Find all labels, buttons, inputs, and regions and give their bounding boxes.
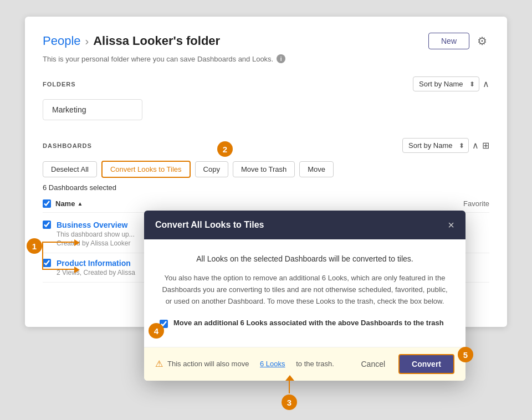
move-looks-label: Move an additional 6 Looks associated wi… (173, 319, 444, 327)
copy-button[interactable]: Copy (195, 161, 228, 177)
modal-title: Convert All Looks to Tiles (155, 220, 264, 230)
dashboard-name-2[interactable]: Product Information (57, 259, 135, 268)
dashboards-action-bar: Deselect All Convert Looks to Tiles Copy… (43, 161, 489, 178)
modal-desc-2: You also have the option to remove an ad… (160, 273, 450, 307)
gear-icon: ⚙ (477, 35, 487, 47)
convert-looks-button[interactable]: Convert Looks to Tiles (101, 161, 191, 178)
header-row: People › Alissa Looker's folder New ⚙ (43, 32, 489, 50)
breadcrumb-separator: › (85, 35, 89, 48)
modal-footer-buttons: Cancel Convert (354, 354, 455, 374)
folders-section-header: FOLDERS Sort by Name Sort by Date Sort b… (43, 76, 489, 91)
modal-desc-1: All Looks on the selected Dashboards wil… (160, 253, 450, 265)
folders-sort-select[interactable]: Sort by Name Sort by Date Sort by Views (413, 76, 479, 91)
dashboards-sort-select[interactable]: Sort by Name Sort by Date Sort by Views (402, 138, 469, 153)
modal-warning-footer: ⚠ This action will also move 6 Looks to … (144, 347, 466, 381)
dashboards-collapse-button[interactable]: ∧ (472, 140, 479, 151)
dashboards-sort-controls: Sort by Name Sort by Date Sort by Views … (402, 138, 489, 153)
name-column-header: Name ▲ (55, 199, 83, 208)
move-button[interactable]: Move (299, 161, 334, 177)
move-to-trash-button[interactable]: Move to Trash (233, 161, 295, 177)
dashboard-name-1[interactable]: Business Overview (57, 221, 135, 229)
warning-text: ⚠ This action will also move 6 Looks to … (155, 358, 334, 369)
deselect-all-button[interactable]: Deselect All (43, 161, 97, 177)
favorite-column-header: Favorite (463, 199, 489, 208)
modal-checkbox-row: Move an additional 6 Looks associated wi… (160, 319, 450, 328)
warning-link[interactable]: 6 Looks (260, 360, 285, 368)
select-all-checkbox[interactable] (43, 199, 51, 208)
subtitle-text: This is your personal folder where you c… (43, 54, 489, 63)
breadcrumb-people[interactable]: People (43, 34, 81, 48)
folder-item-marketing[interactable]: Marketing (43, 99, 142, 120)
breadcrumb: People › Alissa Looker's folder (43, 34, 220, 48)
dashboard-meta-1: Created by Alissa Looker (57, 239, 135, 247)
cancel-button[interactable]: Cancel (354, 354, 393, 374)
annotation-badge-3: 3 (282, 395, 297, 410)
folders-collapse-button[interactable]: ∧ (483, 79, 489, 89)
info-icon: i (277, 54, 285, 63)
convert-button[interactable]: Convert (398, 354, 454, 374)
dashboards-section-label: DASHBOARDS (43, 142, 92, 149)
dashboards-grid-button[interactable]: ⊞ (482, 140, 489, 151)
sort-asc-icon: ▲ (77, 201, 83, 207)
new-button[interactable]: New (428, 33, 469, 49)
page-title: Alissa Looker's folder (93, 34, 220, 48)
modal-header: Convert All Looks to Tiles × (144, 211, 466, 239)
folders-sort-wrapper[interactable]: Sort by Name Sort by Date Sort by Views (413, 76, 479, 91)
folders-sort-controls: Sort by Name Sort by Date Sort by Views … (413, 76, 489, 91)
header-actions: New ⚙ (428, 32, 489, 50)
modal-close-button[interactable]: × (448, 219, 454, 231)
modal-body: All Looks on the selected Dashboards wil… (144, 239, 466, 347)
dashboard-desc-1: This dashboard show up... (57, 231, 135, 238)
dashboard-row-checkbox-1[interactable] (43, 221, 51, 229)
dashboards-sort-wrapper[interactable]: Sort by Name Sort by Date Sort by Views (402, 138, 469, 153)
move-looks-checkbox[interactable] (160, 320, 168, 328)
dashboards-section-header: DASHBOARDS Sort by Name Sort by Date Sor… (43, 138, 489, 153)
dashboard-row-checkbox-2[interactable] (43, 259, 51, 267)
settings-button[interactable]: ⚙ (475, 32, 489, 50)
selected-count: 6 Dashboards selected (43, 183, 489, 192)
dashboard-desc-2: 2 Views, Created by Alissa (57, 269, 135, 276)
modal: Convert All Looks to Tiles × All Looks o… (144, 211, 466, 381)
folders-section-label: FOLDERS (43, 81, 76, 88)
warning-icon: ⚠ (155, 358, 163, 369)
